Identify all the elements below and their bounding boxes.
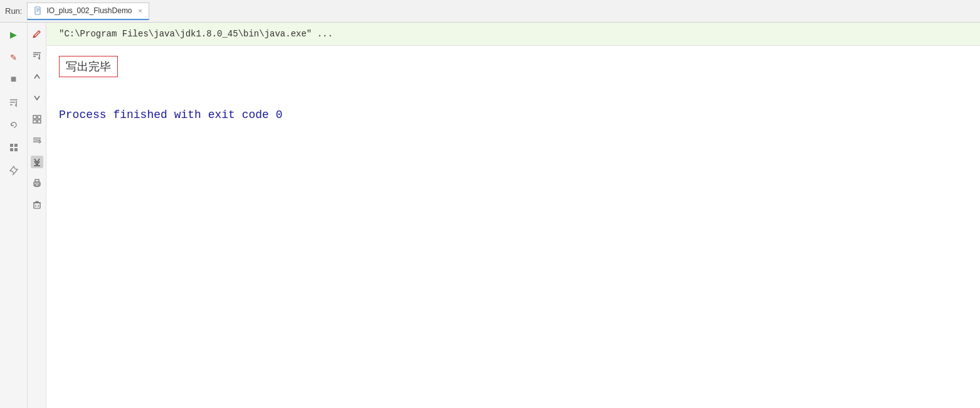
tab-file-icon — [34, 6, 43, 15]
main-content: ▶ ✎ ■ — [0, 23, 980, 408]
process-finished-line: Process finished with exit code 0 — [59, 109, 967, 121]
tab-bar: Run: IO_plus_002_FlushDemo × — [0, 0, 980, 23]
svg-rect-17 — [33, 115, 36, 119]
stop-icon[interactable]: ■ — [7, 73, 21, 87]
chinese-output: 写出完毕 — [59, 56, 118, 77]
pin-icon[interactable] — [7, 163, 21, 177]
output-area: "C:\Program Files\java\jdk1.8.0_45\bin\j… — [46, 23, 980, 408]
svg-rect-8 — [14, 144, 18, 147]
svg-point-28 — [39, 183, 40, 183]
svg-line-11 — [11, 174, 14, 175]
svg-rect-10 — [14, 148, 18, 151]
run-tab[interactable]: IO_plus_002_FlushDemo × — [27, 3, 149, 20]
output-content: 写出完毕 Process finished with exit code 0 — [46, 46, 980, 408]
tab-close-button[interactable]: × — [139, 7, 142, 14]
sort-icon[interactable] — [7, 95, 21, 109]
inner-up-icon[interactable] — [31, 70, 43, 83]
run-label: Run: — [5, 6, 22, 16]
inner-sort-icon[interactable] — [31, 49, 43, 62]
layout-icon[interactable] — [7, 141, 21, 154]
svg-rect-18 — [38, 115, 41, 119]
inner-wrap-icon[interactable] — [31, 134, 43, 147]
command-line: "C:\Program Files\java\jdk1.8.0_45\bin\j… — [46, 23, 980, 46]
left-toolbar: ▶ ✎ ■ — [0, 23, 28, 408]
inner-toolbar — [28, 23, 46, 408]
inner-scroll-bottom-icon[interactable] — [31, 156, 43, 168]
inner-print-icon[interactable] — [31, 177, 43, 190]
inner-layout-icon[interactable] — [31, 113, 43, 126]
inner-delete-icon[interactable] — [31, 198, 43, 211]
inner-edit-icon[interactable] — [31, 28, 43, 40]
svg-rect-29 — [34, 203, 40, 208]
tab-label: IO_plus_002_FlushDemo — [46, 6, 132, 15]
svg-rect-20 — [38, 120, 41, 123]
inner-down-icon[interactable] — [31, 92, 43, 104]
play-icon[interactable]: ▶ — [7, 28, 21, 41]
rerun-icon[interactable] — [7, 118, 21, 132]
svg-rect-9 — [10, 148, 13, 151]
svg-rect-0 — [35, 7, 40, 14]
svg-rect-7 — [10, 144, 13, 147]
svg-rect-26 — [35, 180, 39, 182]
svg-rect-19 — [33, 120, 36, 123]
edit-run-icon[interactable]: ✎ — [7, 50, 21, 64]
run-panel: Run: IO_plus_002_FlushDemo × ▶ — [0, 0, 980, 408]
